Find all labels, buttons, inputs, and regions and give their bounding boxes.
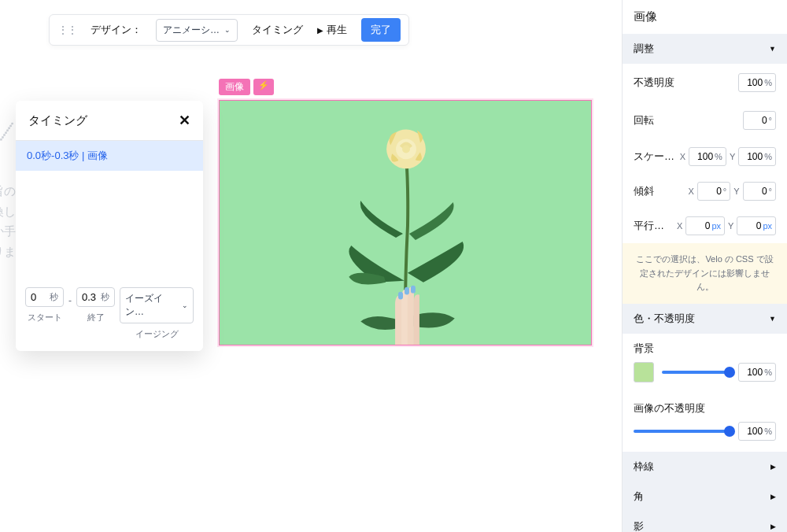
opacity-input[interactable]: %	[738, 73, 776, 92]
play-button[interactable]: ▶ 再生	[317, 23, 347, 37]
drag-handle-icon[interactable]: ⋮⋮	[57, 24, 76, 36]
slider-thumb[interactable]	[724, 367, 735, 378]
translate-x-input[interactable]: px	[685, 216, 725, 235]
section-border[interactable]: 枠線 ▶	[623, 452, 787, 482]
chevron-right-icon: ▶	[770, 493, 776, 501]
element-type-tag[interactable]: 画像	[219, 79, 250, 95]
start-time-input[interactable]: 秒	[25, 287, 64, 307]
easing-dropdown[interactable]: イーズイン… ⌄	[120, 287, 194, 323]
properties-panel: 画像 調整 ▼ 不透明度 % 回転 ° スケーリ… X % Y %	[622, 0, 787, 532]
rotation-input[interactable]: °	[743, 111, 776, 130]
background-color-chip[interactable]	[634, 362, 654, 382]
image-opacity-label: 画像の不透明度	[623, 393, 787, 416]
chevron-right-icon: ▶	[770, 463, 776, 471]
chevron-down-icon: ▼	[769, 315, 776, 323]
background-opacity-input[interactable]: %	[738, 363, 776, 382]
panel-title: 画像	[623, 0, 787, 34]
play-icon: ▶	[317, 26, 323, 35]
slider-thumb[interactable]	[724, 426, 735, 437]
animation-indicator-icon[interactable]: ⚡	[253, 79, 274, 95]
timing-item[interactable]: 0.0秒-0.3秒 | 画像	[16, 141, 203, 171]
svg-rect-2	[405, 287, 409, 295]
play-label: 再生	[327, 23, 347, 37]
end-time-input[interactable]: 秒	[76, 287, 115, 307]
skew-y-input[interactable]: °	[743, 182, 776, 201]
chevron-down-icon: ▼	[769, 45, 776, 53]
skew-label: 傾斜	[634, 184, 684, 198]
design-dropdown-value: アニメーシ…	[163, 24, 220, 37]
velo-css-note: ここでの選択は、Velo の CSS で設定されたデザインには影響しません。	[623, 243, 787, 304]
element-tags: 画像 ⚡	[219, 79, 604, 95]
start-label: スタート	[28, 312, 62, 323]
canvas-area: 画像 ⚡	[219, 79, 604, 345]
easing-value: イーズイン…	[125, 292, 179, 319]
end-label: 終了	[87, 312, 105, 323]
svg-point-6	[402, 145, 410, 153]
scale-y-input[interactable]: %	[738, 147, 776, 166]
timing-panel: タイミング ✕ 0.0秒-0.3秒 | 画像 秒 スタート - 秒 終了 イーズ…	[16, 101, 203, 351]
scale-label: スケーリ…	[634, 150, 675, 164]
close-icon[interactable]: ✕	[179, 112, 190, 129]
svg-rect-3	[411, 286, 416, 294]
background-label: 背景	[623, 334, 787, 356]
section-color-opacity[interactable]: 色・不透明度 ▼	[623, 304, 787, 334]
skew-x-input[interactable]: °	[697, 182, 730, 201]
background-opacity-slider[interactable]	[662, 371, 730, 374]
design-dropdown[interactable]: アニメーシ… ⌄	[156, 19, 238, 42]
section-shadow[interactable]: 影 ▶	[623, 512, 787, 532]
rotation-label: 回転	[634, 113, 743, 127]
section-adjust[interactable]: 調整 ▼	[623, 34, 787, 64]
start-time-value[interactable]	[31, 291, 48, 303]
range-dash: -	[68, 287, 72, 306]
chevron-down-icon: ⌄	[182, 301, 188, 309]
section-corner[interactable]: 角 ▶	[623, 482, 787, 512]
translate-y-input[interactable]: px	[737, 216, 776, 235]
timing-button[interactable]: タイミング	[252, 23, 303, 37]
chevron-right-icon: ▶	[770, 523, 776, 530]
image-opacity-slider[interactable]	[634, 430, 730, 433]
timing-controls: 秒 スタート - 秒 終了 イーズイン… ⌄ イージング	[16, 273, 203, 351]
svg-rect-1	[398, 292, 403, 300]
scale-x-input[interactable]: %	[689, 147, 726, 166]
chevron-down-icon: ⌄	[224, 26, 231, 34]
done-button-top[interactable]: 完了	[361, 18, 401, 42]
image-opacity-input[interactable]: %	[738, 422, 776, 441]
background-placeholder-text: 旨の 喚し か手 りま	[0, 181, 16, 261]
selected-image[interactable]	[219, 100, 592, 345]
timing-panel-title: タイミング	[28, 113, 87, 128]
opacity-label: 不透明度	[634, 76, 738, 90]
design-label: デザイン：	[91, 23, 142, 37]
end-time-value[interactable]	[82, 291, 99, 303]
design-toolbar: ⋮⋮ デザイン： アニメーシ… ⌄ タイミング ▶ 再生 完了	[49, 14, 409, 46]
timing-panel-header: タイミング ✕	[16, 101, 203, 141]
translate-label: 平行移動	[634, 219, 672, 233]
easing-label: イージング	[135, 328, 179, 340]
